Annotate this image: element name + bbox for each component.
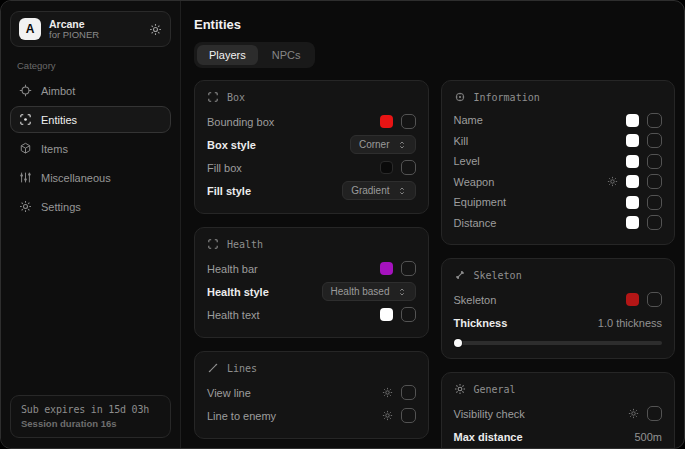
distance-row: Distance (454, 213, 663, 234)
color-swatch[interactable] (626, 216, 639, 229)
color-swatch[interactable] (626, 155, 639, 168)
color-swatch[interactable] (626, 175, 639, 188)
color-swatch[interactable] (380, 115, 393, 128)
row-label: Kill (454, 135, 469, 147)
sliders-icon (19, 171, 32, 184)
chevrons-up-down-icon (397, 287, 407, 297)
color-swatch[interactable] (380, 308, 393, 321)
equipment-checkbox[interactable] (647, 195, 662, 210)
row-label: Health text (207, 309, 260, 321)
health-style-dropdown[interactable]: Health based (322, 282, 416, 301)
dropdown-value: Gradient (351, 185, 389, 196)
gear-icon[interactable] (382, 410, 393, 421)
fill-box-checkbox[interactable] (401, 160, 416, 175)
color-swatch[interactable] (626, 134, 639, 147)
brand-initial: A (26, 22, 35, 36)
thickness-row: Thickness 1.0 thickness (454, 311, 663, 334)
card-title: Box (227, 92, 245, 103)
health-card-header: Health (207, 238, 416, 250)
cube-icon (19, 142, 32, 155)
left-column: Box Bounding box Box style Corner (194, 80, 429, 439)
row-label: Weapon (454, 176, 495, 188)
sidebar-item-aimbot[interactable]: Aimbot (10, 77, 171, 104)
card-title: Skeleton (474, 270, 522, 281)
row-label: Max distance (454, 431, 523, 443)
color-swatch[interactable] (626, 114, 639, 127)
gear-icon[interactable] (382, 387, 393, 398)
color-swatch[interactable] (626, 196, 639, 209)
line-to-enemy-checkbox[interactable] (401, 408, 416, 423)
sidebar-item-label: Items (41, 143, 68, 155)
visibility-check-checkbox[interactable] (647, 406, 662, 421)
view-line-checkbox[interactable] (401, 385, 416, 400)
sidebar-item-label: Aimbot (41, 85, 75, 97)
lines-card-header: Lines (207, 362, 416, 374)
weapon-row: Weapon (454, 172, 663, 193)
tab-players[interactable]: Players (197, 45, 258, 65)
thickness-slider[interactable] (454, 338, 663, 347)
row-label: View line (207, 387, 251, 399)
row-label: Distance (454, 217, 497, 229)
level-checkbox[interactable] (647, 154, 662, 169)
bounding-box-checkbox[interactable] (401, 114, 416, 129)
chevrons-up-down-icon (397, 140, 407, 150)
corner-brackets-icon (207, 238, 219, 250)
tab-npcs[interactable]: NPCs (260, 45, 313, 65)
gear-icon (19, 200, 32, 213)
health-style-row: Health style Health based (207, 280, 416, 303)
health-bar-row: Health bar (207, 257, 416, 280)
fill-style-dropdown[interactable]: Gradient (342, 181, 415, 200)
information-card: Information Name Kill (441, 80, 676, 245)
box-style-row: Box style Corner (207, 133, 416, 156)
kill-checkbox[interactable] (647, 133, 662, 148)
sidebar-item-items[interactable]: Items (10, 135, 171, 162)
health-text-row: Health text (207, 303, 416, 326)
gear-icon[interactable] (149, 23, 162, 36)
sidebar-item-entities[interactable]: Entities (10, 106, 171, 133)
sidebar-item-miscellaneous[interactable]: Miscellaneous (10, 164, 171, 191)
row-label: Fill style (207, 185, 251, 197)
gear-icon[interactable] (607, 176, 618, 187)
sidebar-nav: Aimbot Entities Items Miscellaneous (10, 77, 171, 220)
sidebar-item-label: Entities (41, 114, 77, 126)
card-title: General (474, 384, 516, 395)
line-to-enemy-row: Line to enemy (207, 404, 416, 427)
brand-title: Arcane (49, 18, 141, 30)
skeleton-checkbox[interactable] (647, 292, 662, 307)
health-bar-checkbox[interactable] (401, 261, 416, 276)
visibility-check-row: Visibility check (454, 402, 663, 425)
color-swatch[interactable] (380, 262, 393, 275)
color-swatch[interactable] (380, 161, 393, 174)
general-card: General Visibility check Max distance (441, 372, 676, 448)
health-text-checkbox[interactable] (401, 307, 416, 322)
kill-row: Kill (454, 131, 663, 152)
distance-checkbox[interactable] (647, 215, 662, 230)
card-title: Information (474, 92, 540, 103)
card-title: Health (227, 239, 263, 250)
row-label: Visibility check (454, 408, 525, 420)
color-swatch[interactable] (626, 293, 639, 306)
name-checkbox[interactable] (647, 113, 662, 128)
brand-logo: A (19, 18, 41, 40)
brand-text: Arcane for PIONER (49, 18, 141, 41)
general-card-header: General (454, 383, 663, 395)
gear-icon[interactable] (628, 408, 639, 419)
box-style-dropdown[interactable]: Corner (350, 135, 416, 154)
view-line-row: View line (207, 381, 416, 404)
weapon-checkbox[interactable] (647, 174, 662, 189)
health-card: Health Health bar Health style Health ba… (194, 227, 429, 338)
max-distance-row: Max distance 500m (454, 425, 663, 448)
dropdown-value: Health based (331, 286, 390, 297)
sub-expires-text: Sub expires in 15d 03h (21, 404, 160, 415)
slider-thumb[interactable] (454, 339, 462, 347)
settings-columns: Box Bounding box Box style Corner (194, 80, 675, 448)
equipment-row: Equipment (454, 192, 663, 213)
lines-card: Lines View line Line to enemy (194, 351, 429, 439)
row-label: Health style (207, 286, 269, 298)
dropdown-value: Corner (359, 139, 390, 150)
slider-track[interactable] (454, 341, 663, 345)
row-label: Skeleton (454, 294, 497, 306)
sidebar-item-settings[interactable]: Settings (10, 193, 171, 220)
row-label: Bounding box (207, 116, 274, 128)
main-panel: Entities Players NPCs Box Bounding box (181, 1, 684, 448)
